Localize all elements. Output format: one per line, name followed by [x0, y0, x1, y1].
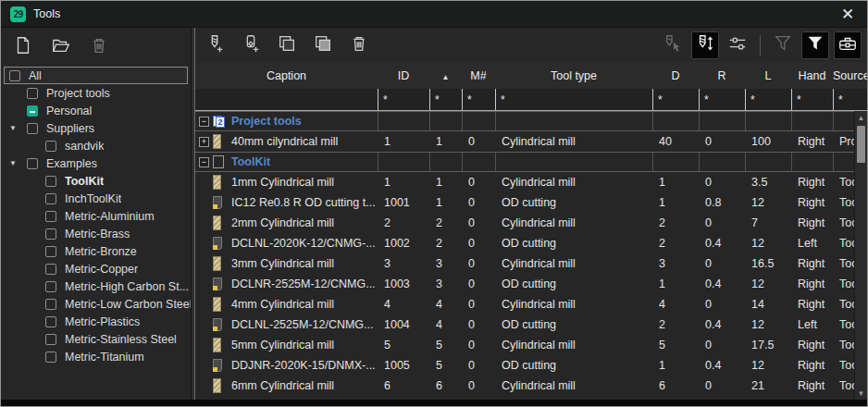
column-header-type[interactable]: Tool type: [495, 69, 652, 82]
delete-tool-button[interactable]: [345, 31, 373, 59]
new-library-button[interactable]: [11, 34, 35, 58]
cell-l: 16.5: [745, 257, 791, 270]
group-row[interactable]: −2Project tools: [195, 111, 854, 131]
add-turn-tool-button[interactable]: [237, 31, 265, 59]
expand-button[interactable]: +: [199, 137, 209, 147]
clear-filter-button[interactable]: [769, 31, 797, 59]
scroll-down-icon[interactable]: ▼: [855, 387, 867, 400]
scrollbar-thumb[interactable]: [857, 126, 865, 163]
tool-row[interactable]: IC12 Re0.8 R OD cutting t...100110OD cut…: [195, 192, 854, 213]
expand-arrow-icon[interactable]: ▼: [6, 124, 19, 132]
tree-item-metric-bronze[interactable]: Metric-Bronze: [1, 242, 191, 260]
column-header-caption[interactable]: Caption: [195, 69, 378, 82]
delete-library-button[interactable]: [87, 34, 111, 58]
expand-arrow-icon[interactable]: ▼: [6, 159, 19, 167]
tree-checkbox[interactable]: [45, 352, 56, 363]
filter-cell-d[interactable]: *: [652, 89, 699, 110]
tree-item-metric-high-carbon-st[interactable]: Metric-High Carbon St...: [1, 278, 191, 295]
collapse-button[interactable]: −: [199, 117, 209, 127]
close-button[interactable]: ✕: [837, 4, 858, 24]
column-header-l[interactable]: L: [745, 69, 791, 82]
view-options-button[interactable]: [724, 31, 751, 59]
tree-item-project-tools[interactable]: Project tools: [1, 84, 191, 102]
tree-item-metric-low-carbon-steel[interactable]: Metric-Low Carbon Steel: [1, 295, 191, 313]
tree-item-metric-stainless-steel[interactable]: Metric-Stainless Steel: [1, 330, 191, 348]
tool-row[interactable]: DCLNR-2525M-12/CNMG...100330OD cutting10…: [195, 274, 854, 294]
filter-cell-source[interactable]: *: [833, 89, 867, 110]
tree-item-suppliers[interactable]: ▼Suppliers: [1, 119, 191, 137]
tree-item-metric-brass[interactable]: Metric-Brass: [1, 225, 191, 242]
scroll-up-icon[interactable]: ▲: [855, 111, 867, 124]
tree-item-metric-plastics[interactable]: Metric-Plastics: [1, 313, 191, 330]
tree-checkbox[interactable]: [45, 299, 56, 310]
group-row[interactable]: −ToolKit: [195, 152, 854, 172]
tree-item-inchtoolkit[interactable]: InchToolKit: [1, 190, 191, 207]
tree-item-metric-titanium[interactable]: Metric-Titanium: [1, 348, 191, 365]
tree-item-sandvik[interactable]: sandvik: [1, 137, 191, 154]
tree-item-toolkit[interactable]: ToolKit: [1, 172, 191, 190]
tool-row[interactable]: +40mm cilyndrical mill110Cylindrical mil…: [195, 131, 854, 152]
tree-item-metric-copper[interactable]: Metric-Copper: [1, 260, 191, 278]
tree-item-personal[interactable]: Personal: [1, 102, 191, 119]
tree-checkbox[interactable]: [45, 316, 56, 327]
cell-d: 2: [652, 216, 699, 229]
tree-checkbox[interactable]: [45, 281, 56, 292]
toolbox-button[interactable]: [834, 31, 862, 59]
filter-button[interactable]: [801, 31, 829, 59]
tree-item-metric-aluminium[interactable]: Metric-Aluminium: [1, 207, 191, 225]
column-header-r[interactable]: R: [699, 69, 745, 82]
tree-checkbox[interactable]: [45, 211, 56, 222]
column-header-m[interactable]: M#: [462, 69, 495, 82]
tree-checkbox[interactable]: [27, 88, 38, 99]
cell-hand: Right: [791, 278, 833, 290]
tool-row[interactable]: 3mm Cylindrical mill330Cylindrical mill3…: [195, 253, 854, 274]
cell-source: ToolKit: [833, 176, 854, 189]
filter-cell-id[interactable]: *: [378, 89, 429, 110]
paste-tool-button[interactable]: [309, 31, 337, 59]
filter-cell-l[interactable]: *: [745, 89, 791, 110]
tool-row[interactable]: 4mm Cylindrical mill440Cylindrical mill4…: [195, 294, 854, 314]
tree-checkbox[interactable]: [27, 105, 38, 117]
tool-dimensions-button[interactable]: [691, 31, 719, 59]
tool-row[interactable]: DDJNR-2020K-15/DNMX-...100550OD cutting1…: [195, 355, 854, 376]
tree-checkbox[interactable]: [27, 158, 38, 169]
collapse-button[interactable]: −: [199, 157, 209, 167]
tool-row[interactable]: 2mm Cylindrical mill220Cylindrical mill2…: [195, 213, 854, 233]
copy-tool-button[interactable]: [273, 31, 301, 59]
tool-row[interactable]: DCLNL-2525M-12/CNMG...100440OD cutting20…: [195, 314, 854, 335]
column-header-id[interactable]: ID: [378, 69, 429, 82]
tree-item-all[interactable]: All: [4, 67, 188, 84]
filter-cell-hand[interactable]: *: [791, 89, 833, 110]
tool-row[interactable]: 5mm Cylindrical mill550Cylindrical mill5…: [195, 335, 854, 355]
tree-checkbox[interactable]: [27, 123, 38, 134]
filter-cell-type[interactable]: *: [495, 89, 652, 110]
column-header-hand[interactable]: Hand: [791, 69, 833, 82]
cell-n: 5: [429, 359, 462, 372]
tree-item-examples[interactable]: ▼Examples: [1, 154, 191, 172]
tree-checkbox[interactable]: [9, 70, 20, 81]
tree-checkbox[interactable]: [45, 264, 56, 275]
filter-cell-n[interactable]: *: [429, 89, 462, 110]
tree-checkbox[interactable]: [45, 228, 56, 240]
pick-tool-button[interactable]: [659, 31, 687, 59]
tool-row[interactable]: 1mm Cylindrical mill110Cylindrical mill1…: [195, 172, 854, 192]
tree-checkbox[interactable]: [45, 246, 56, 257]
filter-cell-caption[interactable]: [195, 89, 378, 110]
tool-row[interactable]: DCLNL-2020K-12/CNMG-...100220OD cutting2…: [195, 233, 854, 253]
tree-checkbox[interactable]: [45, 176, 56, 187]
vertical-scrollbar[interactable]: ▲ ▼: [854, 111, 867, 400]
column-header-source[interactable]: Source: [833, 69, 867, 82]
column-header-d[interactable]: D: [652, 69, 699, 82]
horizontal-scrollbar[interactable]: [1, 400, 867, 406]
open-library-button[interactable]: [49, 34, 73, 58]
column-header-n[interactable]: ▲: [429, 69, 462, 82]
add-mill-tool-button[interactable]: [201, 31, 229, 59]
toolkit-group-icon: [213, 155, 224, 168]
filter-cell-r[interactable]: *: [699, 89, 745, 110]
tool-row[interactable]: 6mm Cylindrical mill660Cylindrical mill6…: [195, 376, 854, 396]
tree-checkbox[interactable]: [45, 334, 56, 345]
tree-checkbox[interactable]: [45, 141, 56, 152]
tree-checkbox[interactable]: [45, 193, 56, 204]
filter-cell-m[interactable]: *: [462, 89, 495, 110]
turning-tool-icon: [213, 318, 222, 331]
